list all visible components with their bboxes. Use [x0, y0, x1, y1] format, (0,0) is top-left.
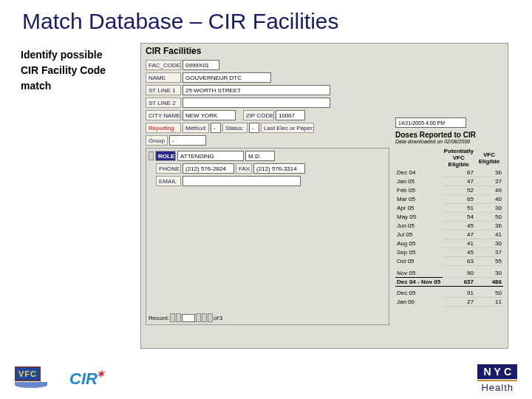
doses-panel: 14/21/2005 4:00 PM Doses Reported to CIR… — [392, 58, 503, 327]
status-field[interactable]: - — [249, 123, 259, 133]
doses-header-potential: Potentially VFC Eligible — [443, 147, 475, 168]
record-number-field[interactable] — [182, 314, 195, 322]
table-row: Sep 054537 — [395, 248, 503, 257]
role-label: ROLE — [155, 151, 176, 161]
table-row: Aug 054130 — [395, 239, 503, 248]
phone-label: PHONE — [156, 163, 181, 174]
form-left-column: FAC_CODE 0999X01 NAME GOUVERNEUR DTC ST … — [141, 58, 392, 327]
form-title: CIR Facilities — [141, 44, 508, 58]
st2-label: ST LINE 2 — [146, 98, 181, 108]
table-row: Dec 04 - Nov 05637486 — [395, 277, 503, 286]
table-row: Oct 056355 — [395, 257, 503, 266]
table-row: Dec 046736 — [395, 168, 503, 177]
table-row: May 055450 — [395, 213, 503, 222]
fax-field[interactable]: (212) 576-3314 — [253, 163, 305, 174]
cir-logo: CIR✶ — [69, 369, 98, 389]
slide-title: Match Database – CIR Facilities — [0, 0, 532, 40]
doses-title: Doses Reported to CIR — [395, 131, 503, 139]
st2-field[interactable] — [183, 98, 330, 108]
nav-last-icon[interactable] — [202, 313, 207, 322]
nav-prev-icon[interactable] — [176, 313, 181, 322]
nav-next-icon[interactable] — [196, 313, 201, 322]
fac-code-label: FAC_CODE — [146, 60, 181, 70]
doses-header-eligible: VFC Eligible — [475, 147, 503, 168]
city-label: CITY NAME — [146, 110, 181, 120]
record-total: 3 — [219, 315, 222, 321]
method-field[interactable]: - — [211, 123, 221, 133]
vfc-logo: VFC — [15, 366, 56, 392]
slide-footer: VFC CIR✶ NYC Health — [0, 364, 532, 393]
sidebar-help-text: Identify possible CIR Facility Code matc… — [21, 47, 106, 94]
group-label: Group — [146, 135, 168, 146]
name-field[interactable]: GOUVERNEUR DTC — [183, 72, 271, 83]
fax-label: FAX — [236, 163, 252, 174]
nyc-health-logo: NYC Health — [477, 364, 517, 393]
cir-facilities-form: CIR Facilities FAC_CODE 0999X01 NAME GOU… — [140, 43, 508, 349]
table-row: Nov 059030 — [395, 269, 503, 278]
reporting-label: Reporting — [146, 123, 181, 133]
record-navigator: Record: of 3 — [149, 313, 222, 322]
last-elec-value[interactable]: 14/21/2005 4:00 PM — [395, 117, 466, 128]
table-row: Jun 054536 — [395, 222, 503, 231]
city-field[interactable]: NEW YORK — [183, 110, 236, 120]
st1-label: ST LINE 1 — [146, 85, 181, 95]
zip-label: ZIP CODE — [243, 110, 274, 120]
zip-field[interactable]: 10007 — [276, 110, 305, 120]
status-label: Status: — [222, 123, 248, 133]
record-label: Record: — [149, 315, 169, 321]
record-of-label: of — [214, 315, 219, 321]
group-field[interactable]: - — [169, 135, 206, 146]
role-field[interactable]: ATTENDING — [177, 151, 244, 161]
sidebar-line-3: match — [21, 78, 106, 94]
table-row: Dec 059150 — [395, 289, 503, 298]
nav-arrow-icon[interactable] — [149, 151, 154, 160]
md-field[interactable]: M.D. — [245, 151, 275, 161]
method-label: Method: — [183, 123, 209, 133]
fac-code-field[interactable]: 0999X01 — [183, 60, 219, 70]
table-row: Jan 062711 — [395, 298, 503, 307]
doses-table: Potentially VFC Eligible VFC Eligible De… — [395, 147, 503, 307]
sidebar-line-2: CIR Facility Code — [21, 63, 106, 78]
contact-subform: ROLE ATTENDING M.D. PHONE (212) 576-2824… — [146, 148, 389, 325]
last-elec-label: Last Elec or Paper: — [261, 123, 314, 133]
asterisk-icon: ✶ — [96, 368, 105, 380]
table-row: Jan 054737 — [395, 177, 503, 186]
phone-field[interactable]: (212) 576-2824 — [183, 163, 234, 174]
table-row: Jul 054741 — [395, 231, 503, 239]
name-label: NAME — [146, 72, 181, 83]
table-row: Feb 055249 — [395, 186, 503, 195]
table-row: Apr 055130 — [395, 204, 503, 213]
email-label: EMAIL — [156, 176, 181, 186]
nav-new-icon[interactable] — [208, 313, 213, 322]
table-row: Mar 056540 — [395, 195, 503, 204]
email-field[interactable] — [183, 176, 301, 186]
nav-first-icon[interactable] — [170, 313, 175, 322]
doses-subtitle: Data downloaded on 02/08/2006 — [395, 139, 503, 144]
sidebar-line-1: Identify possible — [21, 47, 106, 63]
st1-field[interactable]: 25 WORTH STREET — [183, 85, 330, 95]
